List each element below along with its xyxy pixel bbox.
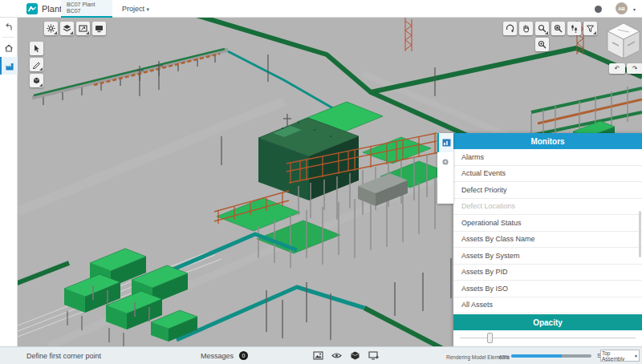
sidebar-item-plant[interactable] xyxy=(0,57,18,75)
panel-tab-strip xyxy=(437,133,453,204)
view-undo-button[interactable]: ↶ xyxy=(609,63,625,74)
snapshot-button[interactable] xyxy=(313,350,323,361)
image-icon xyxy=(313,350,323,361)
monitor-item-actual-events[interactable]: Actual Events xyxy=(453,166,642,183)
capture-tool-button[interactable] xyxy=(76,22,90,35)
zoom-tool-button[interactable] xyxy=(535,22,549,35)
pan-tool-button[interactable] xyxy=(519,22,533,35)
sidebar-back-button[interactable] xyxy=(0,18,18,35)
redo-arrow-icon: ↷ xyxy=(632,65,638,72)
avatar[interactable]: AB xyxy=(616,2,628,14)
layers-tool-button[interactable] xyxy=(60,22,74,35)
scope-value: Top Assembly xyxy=(602,350,633,362)
monitor-item-assets-by-system[interactable]: Assets By System xyxy=(453,248,642,265)
magnifier-icon xyxy=(538,24,547,33)
avatar-chevron-icon[interactable]: ▾ xyxy=(633,6,636,12)
zoom-window-button[interactable] xyxy=(535,38,549,51)
monitors-list: Alarms Actual Events Defect Priority Def… xyxy=(453,149,642,314)
new-view-button[interactable] xyxy=(368,350,379,361)
capture-region-icon xyxy=(79,24,87,33)
footprints-icon xyxy=(570,24,579,33)
funnel-icon xyxy=(586,24,595,33)
scope-caret-icon: ▼ xyxy=(634,354,638,358)
panel-tab-settings[interactable] xyxy=(437,152,453,172)
back-arrow-icon xyxy=(4,22,14,31)
gear-icon xyxy=(47,24,55,33)
panel-scrollbar[interactable] xyxy=(639,151,641,309)
monitor-item-alarms[interactable]: Alarms xyxy=(453,149,642,166)
display-icon xyxy=(95,24,104,33)
measure-tool-button[interactable] xyxy=(30,58,43,71)
opacity-section-header[interactable]: Opacity xyxy=(453,314,642,330)
walk-tool-button[interactable] xyxy=(567,22,581,35)
view-cube[interactable] xyxy=(606,22,641,62)
view-history-buttons: ↶ ↷ xyxy=(609,63,642,74)
undo-arrow-icon: ↶ xyxy=(615,65,620,72)
settings-tool-button[interactable] xyxy=(44,22,58,35)
isolate-button[interactable] xyxy=(350,350,360,361)
tool-prompt: Define first corner point xyxy=(26,352,101,360)
viewport-toolbar-left xyxy=(30,42,43,87)
monitors-panel-icon xyxy=(442,139,451,147)
viewport-toolbar-top xyxy=(44,22,106,35)
rendering-progress-bar xyxy=(511,354,591,358)
view-filter-button[interactable] xyxy=(583,22,597,35)
top-app-bar: PlantSight BC07 Plant BC07 Project ▾ AB … xyxy=(0,0,642,18)
opacity-slider-track xyxy=(460,338,636,338)
model-viewport[interactable]: ↶ ↷ Monitors Alarms xyxy=(18,18,642,346)
opacity-slider xyxy=(453,330,642,346)
factory-icon xyxy=(5,61,15,71)
monitors-panel: Monitors Alarms Actual Events Defect Pri… xyxy=(453,133,642,346)
statusbar-icons xyxy=(313,350,379,361)
view-redo-button[interactable]: ↷ xyxy=(627,63,642,74)
monitor-item-operational-status[interactable]: Operational Status xyxy=(453,215,642,232)
monitor-item-assets-by-iso[interactable]: Assets By ISO xyxy=(453,281,642,297)
monitors-panel-header: Monitors xyxy=(453,133,642,149)
home-icon xyxy=(4,43,14,53)
cube-icon xyxy=(32,76,41,85)
monitor-item-assets-by-pid[interactable]: Assets By PID xyxy=(453,265,642,281)
magnifier-fit-icon xyxy=(554,24,563,33)
display-plus-icon xyxy=(368,350,379,361)
orbit-icon xyxy=(506,24,514,33)
scrollbar-thumb[interactable] xyxy=(639,211,641,257)
tab-bc07-plant[interactable]: BC07 Plant BC07 xyxy=(61,0,112,18)
panel-tab-monitors[interactable] xyxy=(437,133,453,152)
plantsight-logo-icon xyxy=(26,3,38,14)
viewport-toolbar-nav xyxy=(503,22,597,35)
volume-tool-button[interactable] xyxy=(30,74,43,87)
tab-line2: BC07 xyxy=(67,8,112,14)
select-tool-button[interactable] xyxy=(30,42,43,55)
pencil-icon xyxy=(32,60,41,69)
solid-cube-icon xyxy=(350,350,360,361)
opacity-slider-handle[interactable] xyxy=(487,333,493,343)
display-tool-button[interactable] xyxy=(92,22,106,35)
status-bar: Define first corner point Messages 0 xyxy=(0,346,642,364)
eye-icon xyxy=(331,350,342,361)
rendering-progress-fill xyxy=(511,354,562,358)
help-icon[interactable] xyxy=(595,6,602,13)
messages-count-badge: 0 xyxy=(239,351,248,360)
rendering-percent: 63% xyxy=(499,354,510,360)
magnifier-plus-icon xyxy=(538,40,547,49)
orbit-tool-button[interactable] xyxy=(503,22,517,35)
chevron-down-icon: ▾ xyxy=(147,6,150,12)
project-dropdown[interactable]: Project ▾ xyxy=(122,5,149,13)
sidebar-divider xyxy=(2,37,14,38)
app-sidebar xyxy=(0,18,18,346)
scope-dropdown[interactable]: Top Assembly ▼ xyxy=(600,350,640,362)
messages-button[interactable]: Messages xyxy=(201,352,234,360)
visibility-button[interactable] xyxy=(331,350,342,361)
fit-view-button[interactable] xyxy=(551,22,565,35)
sidebar-item-home[interactable] xyxy=(0,39,18,57)
layers-icon xyxy=(63,24,71,33)
monitor-item-defect-priority[interactable]: Defect Priority xyxy=(453,182,642,199)
monitor-item-assets-by-class-name[interactable]: Assets By Class Name xyxy=(453,232,642,249)
tab-line1: BC07 Plant xyxy=(67,2,112,8)
pan-hand-icon xyxy=(522,24,530,33)
monitor-item-all-assets[interactable]: All Assets xyxy=(453,297,642,314)
monitor-item-defect-locations: Defect Locations xyxy=(453,199,642,216)
circle-icon xyxy=(441,158,449,166)
cursor-icon xyxy=(32,44,41,53)
